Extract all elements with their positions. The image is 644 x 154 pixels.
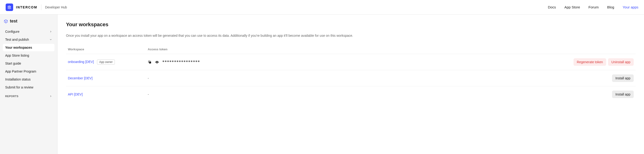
svg-rect-1 (9, 5, 9, 8)
sidebar: test Configure Test and publish Your wor… (0, 14, 58, 154)
sidebar-item-installation-status[interactable]: Installation status (3, 76, 54, 83)
page-description: Once you install your app on a workspace… (66, 33, 636, 38)
sidebar-app-title: test (3, 19, 54, 24)
sidebar-item-test-publish[interactable]: Test and publish (3, 36, 54, 43)
sidebar-item-label: Test and publish (5, 38, 29, 41)
nav-app-store[interactable]: App Store (564, 5, 580, 9)
sidebar-item-app-store-listing[interactable]: App Store listing (3, 52, 54, 59)
sidebar-section-label: REPORTS (5, 95, 18, 98)
token-cell: **************** (148, 60, 574, 64)
sidebar-item-label: Configure (5, 30, 20, 33)
reveal-token-button[interactable] (155, 60, 159, 64)
svg-point-5 (156, 62, 157, 63)
workspace-cell: API [DEV] (68, 92, 148, 96)
header-left: INTERCOM Developer Hub (6, 3, 67, 11)
sidebar-section-reports[interactable]: REPORTS (3, 93, 54, 99)
nav-blog[interactable]: Blog (607, 5, 614, 9)
sidebar-item-label: App Store listing (5, 54, 29, 57)
workspaces-table: Workspace Access token onboarding [DEV] … (66, 45, 636, 102)
col-header-workspace: Workspace (68, 48, 148, 51)
token-masked-value: **************** (162, 60, 200, 64)
workspace-link[interactable]: onboarding [DEV] (68, 60, 94, 64)
sidebar-app-name: test (10, 19, 18, 24)
col-header-access-token: Access token (148, 48, 634, 51)
table-row: onboarding [DEV] App owner *************… (66, 54, 636, 70)
sidebar-item-label: App Partner Program (5, 70, 36, 73)
sidebar-item-your-workspaces[interactable]: Your workspaces (3, 44, 54, 51)
workspace-cell: onboarding [DEV] App owner (68, 60, 148, 65)
sidebar-item-label: Submit for a review (5, 85, 33, 89)
page-title: Your workspaces (66, 21, 636, 28)
row-actions: Install app (612, 90, 634, 98)
brand-name: INTERCOM (16, 5, 37, 9)
eye-icon (155, 60, 159, 64)
row-actions: Regenerate token Uninstall app (574, 58, 634, 66)
token-empty: - (148, 92, 149, 96)
copy-token-button[interactable] (148, 60, 152, 64)
chevron-down-icon (49, 38, 52, 41)
nav-docs[interactable]: Docs (548, 5, 556, 9)
sidebar-item-label: Start guide (5, 62, 21, 65)
token-empty: - (148, 76, 149, 80)
uninstall-app-button[interactable]: Uninstall app (608, 58, 634, 66)
workspace-link[interactable]: December [DEV] (68, 76, 92, 80)
sidebar-item-label: Installation status (5, 77, 30, 81)
workspace-cell: December [DEV] (68, 76, 148, 80)
row-actions: Install app (612, 75, 634, 82)
svg-rect-0 (8, 6, 8, 8)
table-header: Workspace Access token (66, 45, 636, 54)
owner-badge: App owner (97, 60, 114, 65)
header-divider (41, 4, 41, 10)
copy-icon (148, 60, 152, 64)
main-content: Your workspaces Once you install your ap… (58, 14, 644, 154)
svg-rect-2 (10, 5, 10, 8)
sidebar-item-start-guide[interactable]: Start guide (3, 60, 54, 67)
token-cell: - (148, 76, 612, 80)
table-row: API [DEV] - Install app (66, 86, 636, 102)
token-cell: - (148, 92, 612, 96)
intercom-logo-icon (6, 3, 13, 11)
regenerate-token-button[interactable]: Regenerate token (574, 58, 606, 66)
header-nav: Docs App Store Forum Blog Your apps (548, 5, 638, 9)
svg-rect-4 (149, 61, 151, 64)
install-app-button[interactable]: Install app (612, 90, 634, 98)
nav-forum[interactable]: Forum (588, 5, 599, 9)
workspace-link[interactable]: API [DEV] (68, 92, 83, 96)
chevron-right-icon (49, 30, 52, 33)
sidebar-item-configure[interactable]: Configure (3, 28, 54, 35)
table-row: December [DEV] - Install app (66, 70, 636, 86)
nav-your-apps[interactable]: Your apps (623, 5, 638, 9)
install-app-button[interactable]: Install app (612, 75, 634, 82)
header-subtitle: Developer Hub (45, 5, 67, 9)
chevron-right-icon (49, 95, 52, 98)
sidebar-item-app-partner-program[interactable]: App Partner Program (3, 68, 54, 75)
cube-icon (4, 19, 8, 23)
sidebar-item-label: Your workspaces (5, 46, 32, 49)
top-header: INTERCOM Developer Hub Docs App Store Fo… (0, 0, 644, 14)
sidebar-item-submit-review[interactable]: Submit for a review (3, 83, 54, 91)
svg-rect-3 (10, 6, 11, 8)
